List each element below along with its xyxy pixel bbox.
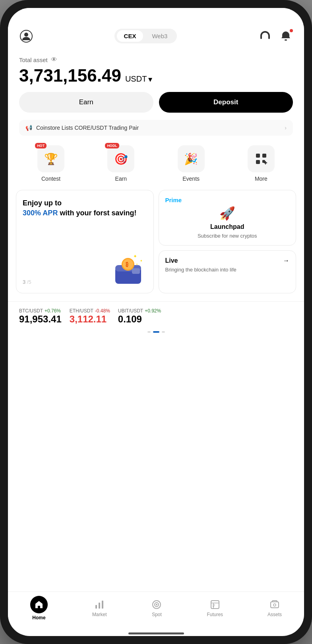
svg-rect-3 <box>268 36 270 39</box>
live-title: Live → <box>165 257 290 264</box>
live-description: Bringing the blockchain into life <box>165 267 290 273</box>
more-label: More <box>255 176 267 182</box>
quick-action-contest[interactable]: 🏆 HOT Contest <box>37 145 64 182</box>
svg-rect-16 <box>132 268 140 274</box>
tab-cex[interactable]: CEX <box>117 30 143 42</box>
nav-assets[interactable]: Assets <box>267 599 282 617</box>
assets-icon <box>269 599 280 610</box>
home-label: Home <box>32 615 45 621</box>
events-label: Events <box>182 176 200 182</box>
market-icon <box>94 599 105 610</box>
svg-rect-21 <box>99 603 100 609</box>
more-grid-icon <box>254 152 268 166</box>
svg-point-32 <box>273 604 276 606</box>
tab-web3[interactable]: Web3 <box>145 30 174 42</box>
svg-rect-2 <box>260 36 262 39</box>
bottom-nav: Home Market <box>8 591 304 628</box>
eye-icon[interactable]: 👁 <box>51 56 57 63</box>
promo-card[interactable]: Enjoy up to 300% APR with your forst sav… <box>16 190 154 293</box>
nav-market[interactable]: Market <box>92 599 107 617</box>
events-icon: 🎉 <box>184 152 198 166</box>
market-label: Market <box>92 612 107 617</box>
ubit-price: 0.109 <box>118 314 161 325</box>
spot-icon <box>151 599 162 610</box>
quick-action-more[interactable]: More <box>248 145 275 182</box>
quick-action-earn[interactable]: 🎯 HODL Earn <box>107 145 134 182</box>
ticker-btc[interactable]: BTC/USDT +0.76% 91,953.41 <box>19 308 62 325</box>
dot-3 <box>162 331 165 333</box>
support-icon[interactable] <box>258 29 272 43</box>
contest-icon: 🏆 <box>44 152 58 166</box>
asset-amount: 3,731,156.49 USDT ▾ <box>19 66 293 86</box>
quick-action-events[interactable]: 🎉 Events <box>178 145 205 182</box>
page-indicator: 3 /5 <box>23 279 31 285</box>
asset-currency[interactable]: USDT ▾ <box>125 74 152 84</box>
ticker-eth[interactable]: ETH/USDT -0.48% 3,112.11 <box>70 308 110 325</box>
svg-rect-22 <box>102 601 103 609</box>
dot-2 <box>153 331 159 333</box>
assets-label: Assets <box>267 612 282 617</box>
promo-text: Enjoy up to 300% APR with your forst sav… <box>23 198 147 218</box>
action-buttons: Earn Deposit <box>8 92 304 120</box>
earn-label: Earn <box>115 176 127 182</box>
page-current: 3 <box>23 279 25 285</box>
announcement-text: Coinstore Lists CORE/USDT Trading Pair <box>36 125 139 131</box>
launchpad-title: Launchpad <box>210 223 244 230</box>
market-ticker: BTC/USDT +0.76% 91,953.41 ETH/USDT -0.48… <box>8 301 304 329</box>
more-icon-box <box>248 145 275 172</box>
cards-grid: Enjoy up to 300% APR with your forst sav… <box>8 190 304 301</box>
hot-badge: HOT <box>35 143 47 148</box>
announcement-icon: 📢 <box>25 125 32 131</box>
page-total: /5 <box>27 279 31 285</box>
market-dots <box>8 329 304 337</box>
svg-point-25 <box>156 604 157 605</box>
eth-pair: ETH/USDT -0.48% <box>70 308 110 314</box>
deposit-button[interactable]: Deposit <box>159 92 293 113</box>
svg-text:₿: ₿ <box>126 261 128 267</box>
btc-pair: BTC/USDT +0.76% <box>19 308 62 314</box>
svg-text:✦: ✦ <box>133 254 137 259</box>
svg-rect-26 <box>211 601 219 609</box>
asset-section: Total asset 👁 3,731,156.49 USDT ▾ <box>8 48 304 92</box>
launchpad-card[interactable]: Prime 🚀 Launchpad Subscribe for new cryp… <box>159 190 296 246</box>
nav-futures[interactable]: Futures <box>207 599 223 617</box>
promo-text-part2: with your forst saving! <box>60 209 136 217</box>
home-indicator <box>128 632 184 634</box>
nav-home[interactable]: Home <box>30 596 48 621</box>
ticker-ubit[interactable]: UBIT/USDT +0.92% 0.109 <box>118 308 161 325</box>
chevron-right-icon: › <box>285 125 287 131</box>
ubit-change: +0.92% <box>145 308 161 314</box>
asset-label-text: Total asset <box>19 57 48 63</box>
right-cards: Prime 🚀 Launchpad Subscribe for new cryp… <box>159 190 296 293</box>
quick-actions: 🏆 HOT Contest 🎯 HODL Earn 🎉 <box>8 142 304 190</box>
ubit-pair: UBIT/USDT +0.92% <box>118 308 161 314</box>
currency-label: USDT <box>125 74 147 84</box>
notification-icon[interactable] <box>279 29 293 43</box>
home-icon <box>30 596 48 613</box>
btc-price: 91,953.41 <box>19 314 62 325</box>
svg-rect-6 <box>262 154 266 158</box>
eth-change: -0.48% <box>95 308 110 314</box>
live-label: Live <box>165 257 178 264</box>
exchange-tabs: CEX Web3 <box>114 29 177 43</box>
announcement-bar[interactable]: 📢 Coinstore Lists CORE/USDT Trading Pair… <box>19 120 293 136</box>
svg-rect-31 <box>271 602 279 608</box>
futures-icon <box>209 599 221 610</box>
earn-icon-box: 🎯 HODL <box>107 145 134 172</box>
promo-text-part1: Enjoy up to <box>23 199 62 207</box>
earn-button[interactable]: Earn <box>19 92 153 113</box>
nav-spot[interactable]: Spot <box>151 599 162 617</box>
launchpad-subtitle: Subscribe for new cryptos <box>198 233 257 239</box>
hodl-badge: HODL <box>105 143 119 148</box>
profile-icon[interactable] <box>19 29 33 43</box>
btc-change: +0.76% <box>45 308 61 314</box>
arrow-right-icon: → <box>283 257 289 264</box>
header: CEX Web3 <box>8 25 304 48</box>
total-asset-label: Total asset 👁 <box>19 56 293 63</box>
live-card[interactable]: Live → Bringing the blockchain into life <box>159 250 296 293</box>
phone-frame: CEX Web3 <box>0 0 312 644</box>
svg-rect-5 <box>256 154 260 158</box>
phone-bottom-bar <box>8 628 304 636</box>
wallet-illustration: ✦ ✦ ✦ ₿ <box>111 253 147 285</box>
rocket-icon: 🚀 <box>219 206 235 221</box>
